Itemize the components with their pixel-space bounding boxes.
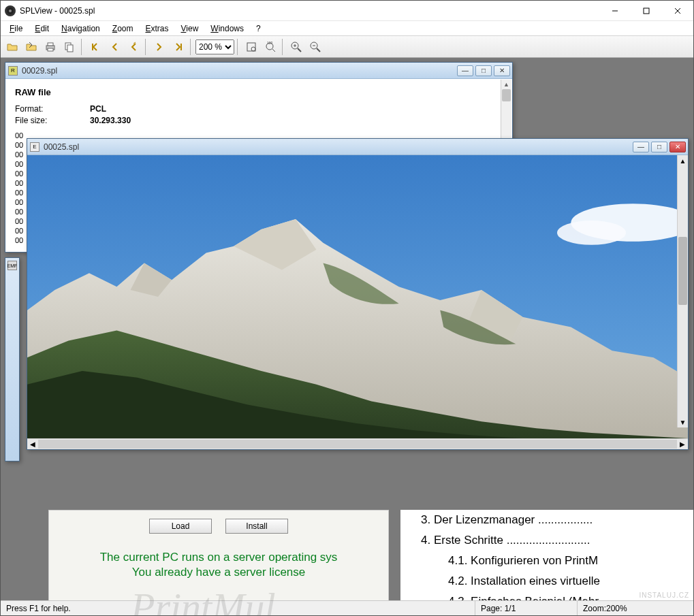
svg-line-17 xyxy=(272,49,275,52)
raw-maximize-button[interactable]: □ xyxy=(475,65,492,76)
menu-help[interactable]: ? xyxy=(250,22,267,35)
status-help: Press F1 for help. xyxy=(1,601,475,615)
status-page: Page: 1/1 xyxy=(475,601,578,615)
license-panel: Load Install PrintMul The current PC run… xyxy=(48,510,389,615)
zoom-in-icon[interactable] xyxy=(287,38,305,56)
fit-page-icon[interactable] xyxy=(242,38,260,56)
mdi-window-sliver[interactable]: EMF xyxy=(5,257,20,461)
scroll-up-icon[interactable]: ▲ xyxy=(678,155,688,166)
minimize-button[interactable] xyxy=(599,1,631,20)
scroll-left-icon[interactable]: ◀ xyxy=(27,439,38,449)
prev-page-icon[interactable] xyxy=(106,38,123,56)
image-titlebar[interactable]: E 00025.spl — □ ✕ xyxy=(27,139,688,155)
load-button[interactable]: Load xyxy=(149,519,212,534)
image-window: E 00025.spl — □ ✕ xyxy=(27,138,689,450)
maximize-button[interactable] xyxy=(631,1,662,20)
copy-icon[interactable] xyxy=(61,38,78,56)
document-toc: 3. Der Lizenzmanager ................. 4… xyxy=(400,510,693,615)
menu-windows[interactable]: Windows xyxy=(204,22,250,35)
zoom-100-icon[interactable]: 100 xyxy=(262,38,279,56)
image-viewport[interactable]: ▲ ▼ xyxy=(27,155,688,438)
toc-item: 4.2. Installation eines virtuelle xyxy=(448,571,693,591)
format-label: Format: xyxy=(15,104,90,114)
toc-item: 3. Der Lizenzmanager ................. xyxy=(421,510,693,530)
svg-rect-10 xyxy=(67,45,73,52)
raw-minimize-button[interactable]: — xyxy=(457,65,473,76)
image-maximize-button[interactable]: □ xyxy=(651,142,667,152)
zoom-select[interactable]: 200 % xyxy=(195,39,234,54)
scroll-track[interactable] xyxy=(38,440,677,449)
prev-up-icon[interactable] xyxy=(125,38,142,56)
image-minimize-button[interactable]: — xyxy=(633,142,649,152)
scroll-thumb[interactable] xyxy=(502,89,511,101)
open-folder-icon[interactable] xyxy=(3,38,21,56)
status-zoom: Zoom:200% xyxy=(578,601,693,615)
menu-extras[interactable]: Extras xyxy=(139,22,174,35)
format-value: PCL xyxy=(90,104,106,114)
raw-title: 00029.spl xyxy=(22,66,457,76)
svg-rect-8 xyxy=(48,48,53,51)
scroll-right-icon[interactable]: ▶ xyxy=(677,439,688,449)
mdi-area: Load Install PrintMul The current PC run… xyxy=(1,58,693,615)
toc-item: 4. Erste Schritte ......................… xyxy=(421,530,693,551)
scroll-down-icon[interactable]: ▼ xyxy=(678,417,688,427)
raw-close-button[interactable]: ✕ xyxy=(494,65,510,76)
raw-heading: RAW file xyxy=(15,87,503,97)
toolbar: 200 % 100 xyxy=(1,36,693,58)
svg-point-27 xyxy=(557,221,626,245)
svg-line-19 xyxy=(298,48,301,52)
image-close-button[interactable]: ✕ xyxy=(669,142,686,152)
menu-file[interactable]: File xyxy=(3,22,29,35)
raw-file-icon: R xyxy=(8,66,18,76)
app-title: SPLView - 00025.spl xyxy=(20,6,599,16)
main-window: SPLView - 00025.spl File Edit Navigation… xyxy=(0,0,694,616)
open-file-icon[interactable] xyxy=(22,38,40,56)
site-watermark: INSTALUJ.CZ xyxy=(639,591,689,599)
last-page-icon[interactable] xyxy=(170,38,187,56)
filesize-value: 30.293.330 xyxy=(90,116,131,125)
zoom-out-icon[interactable] xyxy=(306,38,324,56)
image-title: 00025.spl xyxy=(44,142,633,152)
svg-point-14 xyxy=(251,47,255,51)
close-button[interactable] xyxy=(662,1,693,20)
mountain-image xyxy=(27,155,688,438)
svg-rect-3 xyxy=(644,8,649,14)
menu-edit[interactable]: Edit xyxy=(29,22,55,35)
emf-file-icon: E xyxy=(30,142,40,152)
next-page-icon[interactable] xyxy=(151,38,168,56)
svg-point-1 xyxy=(9,10,12,12)
statusbar: Press F1 for help. Page: 1/1 Zoom:200% xyxy=(1,600,693,615)
menu-navigation[interactable]: Navigation xyxy=(55,22,106,35)
svg-text:100: 100 xyxy=(267,41,273,45)
menubar: File Edit Navigation Zoom Extras View Wi… xyxy=(1,21,693,36)
menu-view[interactable]: View xyxy=(175,22,205,35)
scroll-up-icon[interactable]: ▲ xyxy=(501,80,511,89)
svg-line-23 xyxy=(317,48,320,52)
scroll-thumb[interactable] xyxy=(678,237,687,305)
hex-column: 000000000000000000000000 xyxy=(15,131,23,245)
print-icon[interactable] xyxy=(42,38,59,56)
first-page-icon[interactable] xyxy=(86,38,104,56)
menu-zoom[interactable]: Zoom xyxy=(106,22,140,35)
titlebar: SPLView - 00025.spl xyxy=(1,1,693,21)
svg-rect-7 xyxy=(48,43,53,46)
raw-titlebar[interactable]: R 00029.spl — □ ✕ xyxy=(5,63,512,79)
image-vscrollbar[interactable]: ▲ ▼ xyxy=(677,155,688,427)
license-message: The current PC runs on a server operatin… xyxy=(54,550,383,580)
emf-icon: EMF xyxy=(7,261,17,270)
toc-item: 4.1. Konfigurieren von PrintM xyxy=(448,551,693,571)
app-icon xyxy=(5,5,16,16)
install-button[interactable]: Install xyxy=(225,519,288,534)
image-hscrollbar[interactable]: ◀ ▶ xyxy=(27,438,688,449)
filesize-label: File size: xyxy=(15,116,90,125)
